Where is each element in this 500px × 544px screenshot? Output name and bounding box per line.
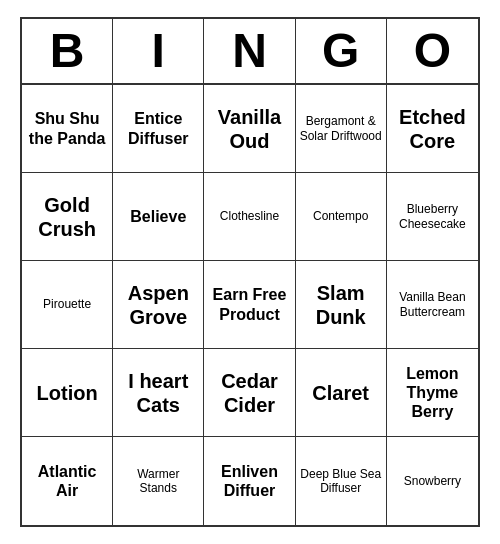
cell-text-0: Shu Shu the Panda	[26, 109, 108, 147]
header-letter-g: G	[296, 19, 387, 83]
bingo-cell-15: Lotion	[22, 349, 113, 437]
bingo-cell-7: Clothesline	[204, 173, 295, 261]
cell-text-8: Contempo	[313, 209, 368, 223]
bingo-cell-6: Believe	[113, 173, 204, 261]
cell-text-6: Believe	[130, 207, 186, 226]
bingo-cell-20: Atlantic Air	[22, 437, 113, 525]
cell-text-11: Aspen Grove	[117, 281, 199, 329]
cell-text-7: Clothesline	[220, 209, 279, 223]
bingo-cell-11: Aspen Grove	[113, 261, 204, 349]
cell-text-15: Lotion	[37, 381, 98, 405]
cell-text-24: Snowberry	[404, 474, 461, 488]
bingo-cell-24: Snowberry	[387, 437, 478, 525]
cell-text-3: Bergamont & Solar Driftwood	[300, 114, 382, 143]
bingo-cell-12: Earn Free Product	[204, 261, 295, 349]
bingo-card: BINGO Shu Shu the PandaEntice DiffuserVa…	[20, 17, 480, 527]
bingo-cell-18: Claret	[296, 349, 387, 437]
bingo-grid: Shu Shu the PandaEntice DiffuserVanilla …	[22, 85, 478, 525]
cell-text-18: Claret	[312, 381, 369, 405]
cell-text-12: Earn Free Product	[208, 285, 290, 323]
cell-text-5: Gold Crush	[26, 193, 108, 241]
bingo-cell-23: Deep Blue Sea Diffuser	[296, 437, 387, 525]
cell-text-17: Cedar Cider	[208, 369, 290, 417]
bingo-cell-5: Gold Crush	[22, 173, 113, 261]
bingo-cell-17: Cedar Cider	[204, 349, 295, 437]
header-letter-i: I	[113, 19, 204, 83]
bingo-cell-3: Bergamont & Solar Driftwood	[296, 85, 387, 173]
bingo-cell-14: Vanilla Bean Buttercream	[387, 261, 478, 349]
bingo-cell-0: Shu Shu the Panda	[22, 85, 113, 173]
bingo-header: BINGO	[22, 19, 478, 85]
bingo-cell-8: Contempo	[296, 173, 387, 261]
cell-text-23: Deep Blue Sea Diffuser	[300, 467, 382, 496]
cell-text-1: Entice Diffuser	[117, 109, 199, 147]
cell-text-2: Vanilla Oud	[208, 105, 290, 153]
bingo-cell-16: I heart Cats	[113, 349, 204, 437]
cell-text-21: Warmer Stands	[117, 467, 199, 496]
bingo-cell-9: Blueberry Cheesecake	[387, 173, 478, 261]
cell-text-4: Etched Core	[391, 105, 474, 153]
cell-text-19: Lemon Thyme Berry	[391, 364, 474, 422]
bingo-cell-13: Slam Dunk	[296, 261, 387, 349]
header-letter-b: B	[22, 19, 113, 83]
bingo-cell-4: Etched Core	[387, 85, 478, 173]
cell-text-10: Pirouette	[43, 297, 91, 311]
cell-text-22: Enliven Diffuer	[208, 462, 290, 500]
cell-text-13: Slam Dunk	[300, 281, 382, 329]
header-letter-o: O	[387, 19, 478, 83]
bingo-cell-10: Pirouette	[22, 261, 113, 349]
cell-text-16: I heart Cats	[117, 369, 199, 417]
bingo-cell-19: Lemon Thyme Berry	[387, 349, 478, 437]
bingo-cell-21: Warmer Stands	[113, 437, 204, 525]
bingo-cell-22: Enliven Diffuer	[204, 437, 295, 525]
cell-text-20: Atlantic Air	[26, 462, 108, 500]
cell-text-14: Vanilla Bean Buttercream	[391, 290, 474, 319]
bingo-cell-1: Entice Diffuser	[113, 85, 204, 173]
cell-text-9: Blueberry Cheesecake	[391, 202, 474, 231]
header-letter-n: N	[204, 19, 295, 83]
bingo-cell-2: Vanilla Oud	[204, 85, 295, 173]
